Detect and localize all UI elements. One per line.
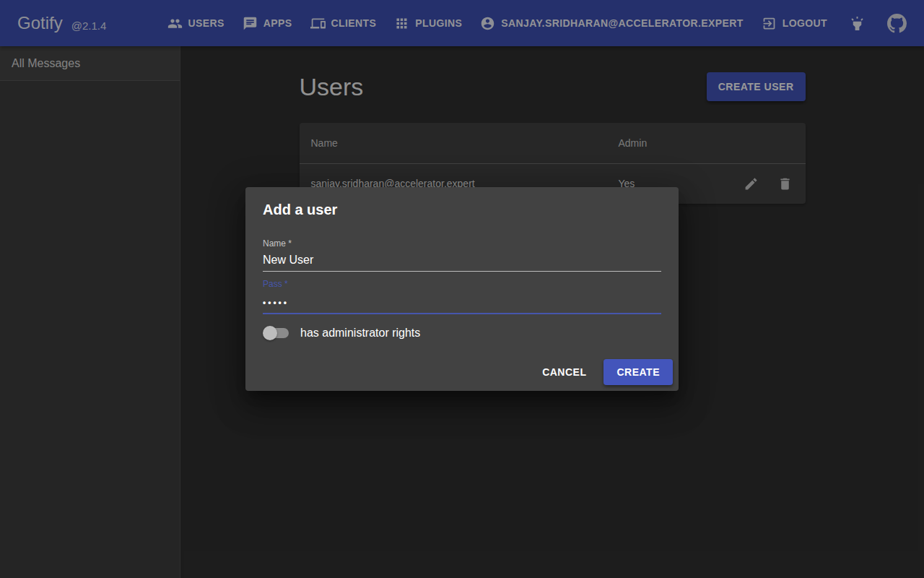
switch-thumb	[263, 326, 277, 340]
admin-rights-switch[interactable]	[263, 326, 290, 340]
pass-field-label: Pass *	[263, 279, 661, 289]
add-user-dialog: Add a user Name * Pass * has administrat…	[245, 187, 679, 391]
pass-input[interactable]	[263, 292, 661, 314]
cancel-button[interactable]: CANCEL	[531, 360, 598, 384]
name-input[interactable]	[263, 251, 661, 272]
dialog-title: Add a user	[245, 187, 679, 218]
create-button[interactable]: CREATE	[603, 359, 673, 385]
name-field-label: Name *	[263, 238, 661, 249]
admin-rights-label: has administrator rights	[300, 327, 420, 340]
